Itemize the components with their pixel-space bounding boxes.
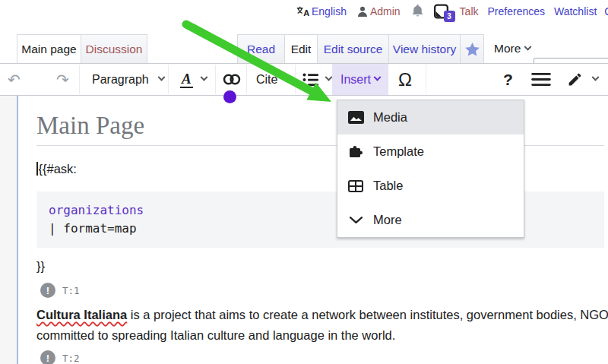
language-label: English bbox=[312, 5, 347, 17]
tab-view-history[interactable]: View history bbox=[388, 34, 461, 63]
visual-editor-screen: A English Admin 3 Talk Preferences bbox=[0, 0, 608, 364]
page-title: Main Page bbox=[36, 112, 144, 140]
tab-edit-source[interactable]: Edit source bbox=[317, 34, 389, 63]
tab-discussion-label: Discussion bbox=[86, 43, 143, 56]
paragraph-bold-text: Cultura Italiana bbox=[36, 308, 127, 321]
chevron-down-icon bbox=[325, 74, 333, 81]
menu-item-label: More bbox=[373, 213, 402, 227]
chevron-down-icon bbox=[285, 74, 293, 81]
preferences-link[interactable]: Preferences bbox=[488, 5, 545, 17]
pencil-icon bbox=[567, 71, 583, 87]
redo-icon: ↷ bbox=[56, 71, 69, 89]
insert-menu: Media Template Table bbox=[337, 100, 524, 238]
tab-bar: Main page Discussion Read Edit Edit sour… bbox=[0, 23, 608, 63]
contributions-link[interactable]: C bbox=[604, 5, 608, 17]
paragraph-line1-rest: is a project that aims to create a netwo… bbox=[127, 308, 608, 321]
redo-button[interactable]: ↷ bbox=[56, 64, 69, 95]
content-left-gutter bbox=[0, 96, 17, 364]
template-marker-1[interactable]: ! T:1 bbox=[40, 283, 80, 298]
tab-main-page-label: Main page bbox=[21, 43, 76, 56]
cite-label: Cite bbox=[256, 73, 277, 87]
watchlist-link[interactable]: Watchlist bbox=[554, 5, 597, 17]
ask-open-text: {{#ask: bbox=[39, 162, 77, 176]
alert-icon: ! bbox=[40, 350, 55, 364]
template-marker-label: T:1 bbox=[62, 285, 80, 296]
chevron-down-icon bbox=[374, 74, 382, 81]
chevron-down-icon bbox=[200, 74, 207, 81]
chevron-down-icon bbox=[524, 43, 532, 50]
menu-item-media[interactable]: Media bbox=[337, 100, 524, 135]
omega-icon: Ω bbox=[398, 69, 412, 90]
svg-text:A: A bbox=[303, 8, 309, 17]
tab-read-label: Read bbox=[247, 43, 275, 56]
page-options-button[interactable] bbox=[531, 64, 551, 95]
tab-edit-source-label: Edit source bbox=[324, 43, 383, 56]
username-label: Admin bbox=[370, 5, 401, 17]
chevron-down-icon bbox=[157, 74, 165, 81]
hamburger-menu-icon bbox=[531, 73, 551, 86]
tab-more-menu[interactable]: More bbox=[494, 34, 530, 63]
content-left-border bbox=[17, 96, 18, 364]
paragraph-format-label: Paragraph bbox=[92, 73, 149, 87]
paragraph-line-2[interactable]: committed to spreading Italian culture a… bbox=[36, 325, 395, 346]
tab-discussion[interactable]: Discussion bbox=[81, 34, 147, 63]
editing-mode-dropdown[interactable] bbox=[567, 64, 598, 95]
alert-icon: ! bbox=[40, 283, 55, 298]
menu-item-label: Media bbox=[373, 110, 407, 125]
cite-dropdown[interactable]: Cite bbox=[256, 64, 291, 95]
paragraph-format-dropdown[interactable]: Paragraph bbox=[92, 64, 164, 95]
special-character-button[interactable]: Ω bbox=[398, 64, 412, 95]
notifications-bell-button[interactable] bbox=[411, 4, 424, 20]
chevron-down-icon bbox=[347, 217, 364, 224]
menu-item-table[interactable]: Table bbox=[337, 169, 524, 203]
chevron-down-icon bbox=[592, 74, 600, 81]
help-button[interactable]: ? bbox=[503, 64, 513, 95]
insert-dropdown-button[interactable]: Insert bbox=[332, 64, 388, 95]
table-icon bbox=[347, 180, 364, 192]
user-menu[interactable]: Admin bbox=[357, 5, 401, 17]
menu-item-more[interactable]: More bbox=[337, 203, 524, 237]
image-icon bbox=[347, 111, 364, 124]
template-marker-2[interactable]: ! T:2 bbox=[40, 350, 80, 364]
tab-more-label: More bbox=[494, 42, 521, 55]
editor-toolbar: ↶ ↷ Paragraph A Cite bbox=[0, 63, 608, 96]
bell-icon bbox=[411, 4, 424, 17]
bullet-list-icon bbox=[302, 73, 319, 87]
notification-count-badge: 3 bbox=[444, 11, 455, 22]
tab-view-history-label: View history bbox=[393, 43, 456, 56]
star-icon bbox=[465, 43, 480, 56]
menu-item-template[interactable]: Template bbox=[337, 135, 524, 169]
puzzle-icon bbox=[347, 144, 364, 160]
talk-link[interactable]: Talk bbox=[460, 5, 479, 17]
undo-button[interactable]: ↶ bbox=[8, 64, 21, 95]
text-style-icon: A bbox=[180, 71, 193, 88]
annotation-dot bbox=[223, 90, 236, 103]
text-cursor bbox=[36, 162, 38, 176]
language-icon: A bbox=[296, 5, 309, 17]
watch-star-button[interactable] bbox=[460, 34, 484, 63]
tab-read[interactable]: Read bbox=[237, 34, 285, 63]
wikitext-ask-close[interactable]: }} bbox=[36, 259, 45, 274]
template-marker-label: T:2 bbox=[62, 353, 80, 364]
notifications-tray-button[interactable]: 3 bbox=[433, 4, 449, 20]
text-style-dropdown[interactable]: A bbox=[180, 64, 207, 95]
wikitext-ask-open[interactable]: {{#ask: bbox=[36, 162, 77, 176]
tab-edit-label: Edit bbox=[291, 43, 312, 56]
tab-main-page[interactable]: Main page bbox=[17, 34, 81, 63]
paragraph-line-1[interactable]: Cultura Italiana is a project that aims … bbox=[36, 305, 608, 325]
language-switcher[interactable]: A English bbox=[296, 5, 347, 17]
personal-bar: A English Admin 3 Talk Preferences bbox=[296, 0, 608, 23]
menu-item-label: Template bbox=[373, 144, 424, 159]
link-icon bbox=[223, 74, 241, 85]
user-icon bbox=[357, 6, 368, 17]
undo-icon: ↶ bbox=[8, 71, 21, 89]
menu-item-label: Table bbox=[373, 179, 403, 193]
tab-edit[interactable]: Edit bbox=[284, 34, 318, 63]
insert-label: Insert bbox=[340, 73, 371, 87]
list-structure-dropdown[interactable] bbox=[302, 64, 331, 95]
help-icon: ? bbox=[503, 71, 513, 89]
